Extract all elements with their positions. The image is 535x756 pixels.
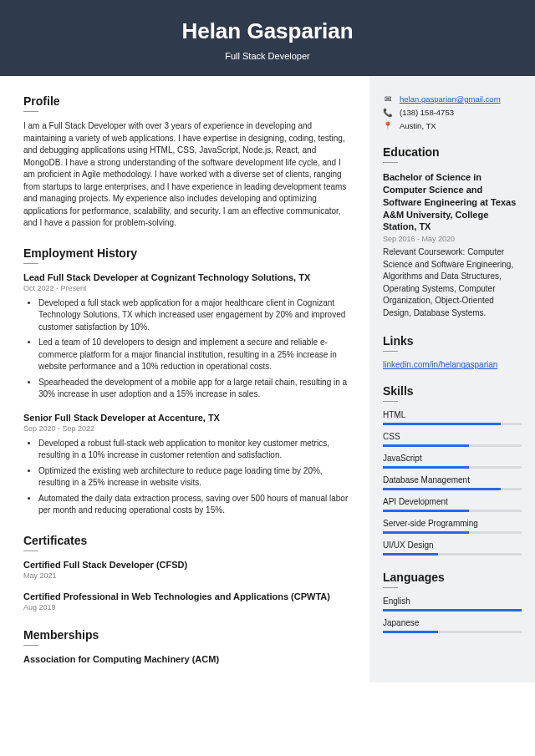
job-bullet: Automated the daily data extraction proc… (38, 493, 353, 517)
education-heading: Education (383, 145, 522, 159)
language: English (383, 596, 522, 611)
progress-fill (383, 466, 469, 469)
languages-section: Languages EnglishJapanese (383, 571, 522, 633)
progress-fill (383, 609, 522, 611)
progress-bar (383, 609, 522, 611)
skill: HTML (383, 410, 522, 425)
employment-heading: Employment History (23, 246, 353, 260)
languages-heading: Languages (383, 571, 522, 584)
header: Helan Gasparian Full Stack Developer (0, 0, 535, 76)
job-date: Sep 2020 - Sep 2022 (23, 424, 353, 433)
skills-section: Skills HTMLCSSJavaScriptDatabase Managem… (383, 384, 522, 556)
progress-bar (383, 631, 522, 633)
progress-bar (383, 531, 522, 534)
email-link[interactable]: helan.gasparian@gmail.com (400, 94, 501, 104)
progress-bar (383, 488, 522, 490)
job-bullet: Led a team of 10 developers to design an… (38, 337, 353, 373)
phone-text: (138) 158-4753 (400, 108, 454, 117)
skill: Database Management (383, 475, 522, 490)
skill: Server-side Programming (383, 519, 522, 534)
certificate: Certified Full Stack Developer (CFSD)May… (23, 560, 353, 580)
external-link[interactable]: linkedin.com/in/helangasparian (383, 360, 497, 369)
memberships-section: Memberships Association for Computing Ma… (23, 628, 353, 664)
divider (383, 162, 398, 163)
certificates-heading: Certificates (23, 534, 353, 547)
skill-name: UI/UX Design (383, 540, 522, 550)
links-heading: Links (383, 334, 522, 348)
divider (23, 111, 38, 112)
progress-bar (383, 444, 522, 447)
divider (23, 551, 38, 551)
progress-fill (383, 488, 501, 490)
profile-section: Profile I am a Full Stack Developer with… (23, 94, 353, 230)
skill: API Development (383, 497, 522, 512)
skill-name: JavaScript (383, 454, 522, 463)
location-icon: 📍 (383, 121, 393, 130)
progress-fill (383, 631, 438, 633)
memberships-heading: Memberships (23, 628, 353, 642)
progress-fill (383, 553, 438, 556)
education-date: Sep 2016 - May 2020 (383, 235, 522, 243)
divider (383, 401, 398, 402)
progress-bar (383, 510, 522, 512)
skill: UI/UX Design (383, 540, 522, 556)
email-icon: ✉ (383, 94, 393, 104)
education-section: Education Bachelor of Science in Compute… (383, 145, 522, 319)
skill-name: Database Management (383, 475, 522, 485)
job-bullets: Developed a robust full-stack web applic… (23, 438, 353, 517)
progress-bar (383, 466, 522, 469)
job-bullet: Spearheaded the development of a mobile … (38, 377, 353, 401)
education-title: Bachelor of Science in Computer Science … (383, 171, 522, 233)
certificate: Certified Professional in Web Technologi… (23, 591, 353, 611)
skills-heading: Skills (383, 384, 522, 398)
skill-name: Server-side Programming (383, 519, 522, 528)
progress-fill (383, 444, 469, 447)
skill: CSS (383, 432, 522, 447)
progress-bar (383, 423, 522, 425)
progress-fill (383, 510, 469, 512)
certificate-title: Certified Full Stack Developer (CFSD) (23, 560, 353, 570)
language-name: Japanese (383, 618, 522, 627)
job-title: Lead Full Stack Developer at Cognizant T… (23, 272, 353, 282)
job-date: Oct 2022 - Present (23, 284, 353, 292)
job-bullets: Developed a full stack web application f… (23, 297, 353, 401)
certificates-section: Certificates Certified Full Stack Develo… (23, 534, 353, 611)
divider (383, 351, 398, 352)
job-bullet: Developed a robust full-stack web applic… (38, 438, 353, 462)
membership-title: Association for Computing Machinery (ACM… (23, 654, 353, 664)
progress-fill (383, 423, 501, 425)
links-section: Links linkedin.com/in/helangasparian (383, 334, 522, 369)
person-title: Full Stack Developer (0, 51, 535, 61)
location-text: Austin, TX (400, 121, 436, 130)
job-bullet: Developed a full stack web application f… (38, 297, 353, 334)
job-bullet: Optimized the existing web architecture … (38, 465, 353, 490)
certificate-date: May 2021 (23, 571, 353, 580)
education-desc: Relevant Coursework: Computer Science an… (383, 246, 522, 319)
job-title: Senior Full Stack Developer at Accenture… (23, 413, 353, 423)
skill-name: CSS (383, 432, 522, 441)
certificate-title: Certified Professional in Web Technologi… (23, 591, 353, 601)
sidebar: ✉helan.gasparian@gmail.com 📞(138) 158-47… (369, 76, 535, 682)
skill-name: HTML (383, 410, 522, 419)
phone-icon: 📞 (383, 108, 393, 117)
employment-section: Employment History Lead Full Stack Devel… (23, 246, 353, 517)
profile-text: I am a Full Stack Developer with over 3 … (23, 120, 353, 230)
divider (383, 587, 398, 588)
job: Senior Full Stack Developer at Accenture… (23, 413, 353, 517)
divider (23, 645, 38, 646)
job: Lead Full Stack Developer at Cognizant T… (23, 272, 353, 401)
language-name: English (383, 596, 522, 606)
progress-bar (383, 553, 522, 556)
profile-heading: Profile (23, 94, 353, 108)
contact-section: ✉helan.gasparian@gmail.com 📞(138) 158-47… (383, 94, 522, 130)
language: Japanese (383, 618, 522, 633)
certificate-date: Aug 2019 (23, 603, 353, 611)
skill: JavaScript (383, 454, 522, 469)
person-name: Helan Gasparian (0, 18, 535, 44)
divider (23, 263, 38, 264)
skill-name: API Development (383, 497, 522, 506)
progress-fill (383, 531, 469, 534)
main-column: Profile I am a Full Stack Developer with… (0, 76, 369, 682)
